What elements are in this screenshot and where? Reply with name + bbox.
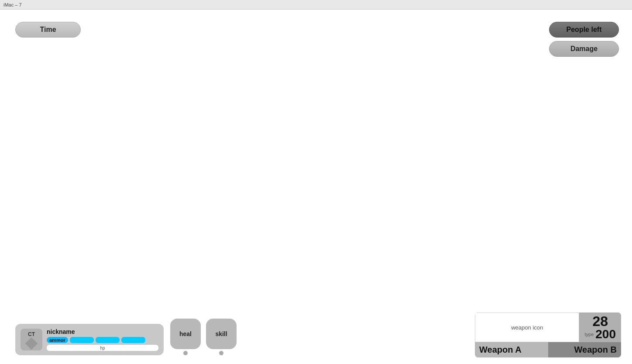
skill-btn-wrap: skill bbox=[206, 319, 237, 355]
weapon-a-label[interactable]: Weapon A bbox=[475, 342, 548, 357]
time-button[interactable]: Time bbox=[15, 22, 81, 38]
weapon-icon-box: weapon icon bbox=[475, 312, 579, 342]
weapon-stats: 28 type 200 bbox=[579, 312, 621, 342]
weapon-icon-label: weapon icon bbox=[511, 324, 543, 331]
bar-1 bbox=[70, 337, 94, 343]
people-left-button[interactable]: People left bbox=[549, 22, 619, 38]
ct-label: CT bbox=[28, 331, 35, 337]
weapon-type-label: type bbox=[584, 332, 594, 337]
weapon-number-200: 200 bbox=[595, 328, 616, 340]
main-area: Time People left Damage CT nickname ammo… bbox=[0, 10, 632, 364]
heal-button[interactable]: heal bbox=[170, 319, 201, 349]
bar-2 bbox=[96, 337, 120, 343]
hp-row: hp bbox=[47, 345, 158, 351]
weapon-b-label[interactable]: Weapon B bbox=[548, 342, 622, 357]
player-nickname: nickname bbox=[47, 328, 158, 335]
weapon-panel: weapon icon 28 type 200 Weapon A Weapon … bbox=[475, 312, 621, 357]
action-buttons: heal skill bbox=[170, 319, 237, 355]
weapon-type-row: type 200 bbox=[584, 328, 616, 340]
ct-avatar: CT bbox=[21, 329, 42, 350]
weapon-bottom: Weapon A Weapon B bbox=[475, 342, 621, 357]
weapon-top: weapon icon 28 type 200 bbox=[475, 312, 621, 342]
player-info: nickname ammor hp bbox=[47, 328, 158, 351]
bar-3 bbox=[121, 337, 145, 343]
ct-diamond-icon bbox=[25, 337, 38, 350]
heal-btn-wrap: heal bbox=[170, 319, 201, 355]
damage-button[interactable]: Damage bbox=[549, 41, 619, 57]
heal-dot-indicator bbox=[183, 351, 188, 355]
bars-row: ammor bbox=[47, 337, 158, 343]
skill-button[interactable]: skill bbox=[206, 319, 237, 349]
player-panel: CT nickname ammor hp bbox=[15, 324, 164, 355]
weapon-number-28: 28 bbox=[592, 314, 608, 328]
top-right-panel: People left Damage bbox=[549, 22, 619, 57]
hp-label: hp bbox=[100, 346, 105, 350]
title-bar-text: iMac – 7 bbox=[3, 2, 22, 7]
ammor-label: ammor bbox=[47, 337, 68, 343]
skill-dot-indicator bbox=[219, 351, 223, 355]
